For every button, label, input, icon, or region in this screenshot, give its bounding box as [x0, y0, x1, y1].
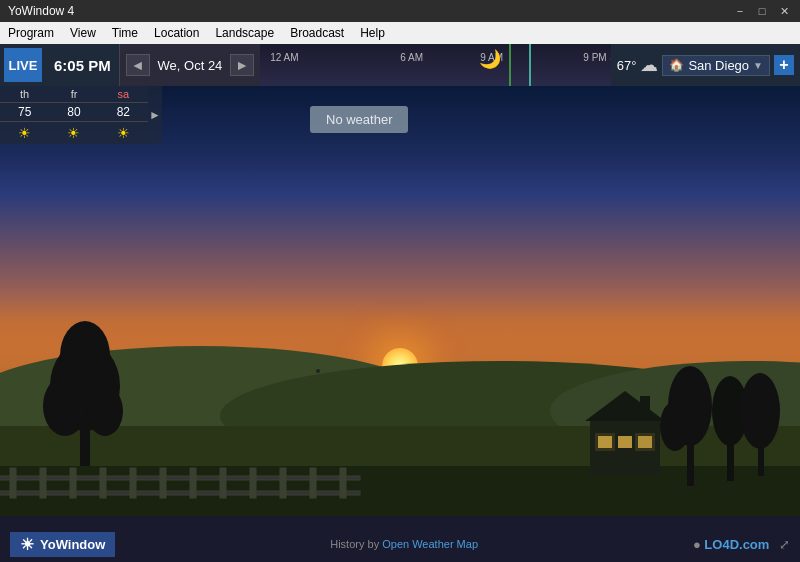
- svg-rect-17: [160, 468, 166, 498]
- forecast-day-sat: sa: [99, 86, 148, 102]
- svg-rect-31: [635, 433, 655, 451]
- forecast-temp-thu: 75: [0, 103, 49, 121]
- home-icon: 🏠: [669, 58, 684, 72]
- menu-bar: Program View Time Location Landscape Bro…: [0, 22, 800, 44]
- forecast-icon-thu: ☀: [0, 122, 49, 144]
- timeline-label-6am: 6 AM: [400, 52, 423, 63]
- svg-point-9: [60, 321, 110, 391]
- svg-rect-15: [100, 468, 106, 498]
- forecast-icons: ☀ ☀ ☀: [0, 122, 148, 144]
- forecast-temp-sat: 82: [99, 103, 148, 121]
- lo4d-brand: LO4D.com: [704, 537, 769, 552]
- forecast-temps: 75 80 82: [0, 103, 148, 122]
- svg-rect-23: [340, 468, 346, 498]
- lo4d-logo: ● LO4D.com ⤢: [693, 537, 790, 552]
- title-bar: YoWindow 4 − □ ✕: [0, 0, 800, 22]
- right-controls: 67° ☁ 🏠 San Diego ▼ +: [611, 44, 800, 86]
- live-time-section: LIVE 6:05 PM: [0, 44, 120, 86]
- svg-rect-26: [640, 396, 650, 416]
- svg-point-8: [87, 386, 123, 436]
- svg-rect-16: [130, 468, 136, 498]
- cloud-icon: ☁: [640, 54, 658, 76]
- moon-icon: 🌙: [479, 48, 501, 70]
- svg-rect-12: [10, 468, 16, 498]
- forecast-icon-fri: ☀: [49, 122, 98, 144]
- history-attribution: History by Open Weather Map: [330, 538, 478, 550]
- svg-rect-13: [40, 468, 46, 498]
- forecast-expand-arrow[interactable]: ►: [148, 86, 162, 144]
- openweathermap-link[interactable]: Open Weather Map: [382, 538, 478, 550]
- svg-rect-19: [220, 468, 226, 498]
- svg-point-38: [740, 373, 780, 449]
- svg-rect-21: [280, 468, 286, 498]
- svg-rect-20: [250, 468, 256, 498]
- svg-point-34: [660, 401, 690, 451]
- menu-view[interactable]: View: [62, 22, 104, 44]
- location-name: San Diego: [688, 58, 749, 73]
- forecast-bar: th fr sa 75 80 82 ☀ ☀ ☀ ►: [0, 86, 148, 144]
- app-name-label: YoWindow: [40, 537, 105, 552]
- menu-program[interactable]: Program: [0, 22, 62, 44]
- forecast-temp-fri: 80: [49, 103, 98, 121]
- svg-rect-22: [310, 468, 316, 498]
- prev-date-button[interactable]: ◄: [126, 54, 150, 76]
- menu-help[interactable]: Help: [352, 22, 393, 44]
- forecast-icon-sat: ☀: [99, 122, 148, 144]
- date-label: We, Oct 24: [154, 58, 227, 73]
- timeline-tick: [509, 44, 511, 86]
- yowindow-logo: ☀ YoWindow: [10, 532, 115, 557]
- weather-scene: [0, 86, 800, 516]
- app-title: YoWindow 4: [8, 4, 74, 18]
- location-box: 🏠 San Diego ▼: [662, 55, 770, 76]
- time-display: 6:05 PM: [46, 57, 119, 74]
- next-date-button[interactable]: ►: [230, 54, 254, 76]
- landscape-svg: [0, 86, 800, 516]
- timeline[interactable]: 12 AM 6 AM 9 AM 3 PM 9 PM 🌙: [260, 44, 610, 86]
- bottom-bar: ☀ YoWindow History by Open Weather Map ●…: [0, 526, 800, 562]
- maximize-button[interactable]: □: [754, 4, 770, 18]
- live-badge: LIVE: [4, 48, 42, 82]
- svg-point-39: [316, 369, 320, 373]
- svg-rect-18: [190, 468, 196, 498]
- timeline-indicator: [529, 44, 531, 86]
- menu-broadcast[interactable]: Broadcast: [282, 22, 352, 44]
- svg-rect-35: [727, 441, 734, 481]
- add-location-button[interactable]: +: [774, 55, 794, 75]
- timeline-label-12am: 12 AM: [270, 52, 298, 63]
- no-weather-badge: No weather: [310, 106, 408, 133]
- close-button[interactable]: ✕: [776, 4, 792, 18]
- svg-rect-30: [595, 433, 615, 451]
- date-navigation: ◄ We, Oct 24 ►: [120, 44, 261, 86]
- forecast-day-fri: fr: [49, 86, 98, 102]
- location-dropdown-arrow[interactable]: ▼: [753, 60, 763, 71]
- timeline-label-9pm: 9 PM: [583, 52, 606, 63]
- forecast-header: th fr sa: [0, 86, 148, 103]
- yowindow-sun-icon: ☀: [20, 535, 34, 554]
- svg-rect-11: [0, 491, 360, 495]
- window-controls: − □ ✕: [732, 4, 792, 18]
- menu-time[interactable]: Time: [104, 22, 146, 44]
- menu-landscape[interactable]: Landscape: [207, 22, 282, 44]
- svg-rect-10: [0, 476, 360, 480]
- temperature-display: 67°: [617, 58, 637, 73]
- forecast-day-thu: th: [0, 86, 49, 102]
- menu-location[interactable]: Location: [146, 22, 207, 44]
- svg-rect-28: [618, 436, 632, 448]
- svg-rect-14: [70, 468, 76, 498]
- minimize-button[interactable]: −: [732, 4, 748, 18]
- app-area: LIVE 6:05 PM ◄ We, Oct 24 ► 12 AM 6 AM 9…: [0, 44, 800, 562]
- top-bar: LIVE 6:05 PM ◄ We, Oct 24 ► 12 AM 6 AM 9…: [0, 44, 800, 86]
- fullscreen-icon[interactable]: ⤢: [779, 537, 790, 552]
